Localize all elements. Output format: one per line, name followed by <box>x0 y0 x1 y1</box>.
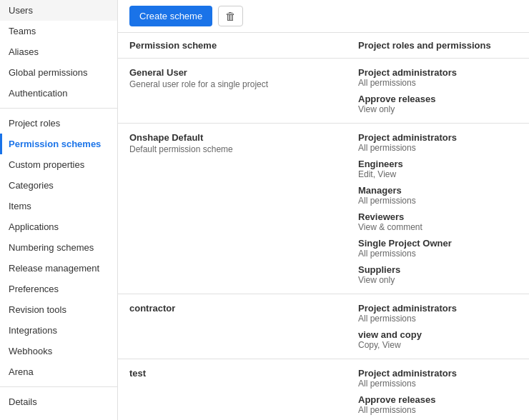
role-name: Approve releases <box>358 94 518 104</box>
role-perm: All permissions <box>358 143 518 153</box>
sidebar-divider <box>0 386 117 387</box>
role-perm: All permissions <box>358 78 518 88</box>
sidebar-item-release-management[interactable]: Release management <box>0 258 117 279</box>
table-row[interactable]: testProject administratorsAll permission… <box>118 359 529 420</box>
table-body: General UserGeneral user role for a sing… <box>118 59 529 420</box>
sidebar-item-aliases[interactable]: Aliases <box>0 41 117 62</box>
role-perm: All permissions <box>358 379 518 389</box>
role-name: Project administrators <box>358 368 518 379</box>
role-entry: ReviewersView & comment <box>358 211 518 232</box>
table-row[interactable]: contractorProject administratorsAll perm… <box>118 294 529 359</box>
roles-col: Project administratorsAll permissionsEng… <box>358 132 518 285</box>
sidebar-item-global-permissions[interactable]: Global permissions <box>0 62 117 83</box>
main-content: Create scheme 🗑 Permission scheme Projec… <box>118 0 529 420</box>
role-entry: Project administratorsAll permissions <box>358 67 518 88</box>
role-name: Managers <box>358 185 518 196</box>
role-entry: ManagersAll permissions <box>358 185 518 206</box>
role-perm: Edit, View <box>358 169 518 179</box>
sidebar-divider <box>0 108 117 109</box>
role-name: Project administrators <box>358 303 518 314</box>
sidebar-item-teams[interactable]: Teams <box>0 21 117 41</box>
sidebar-item-applications[interactable]: Applications <box>0 216 117 237</box>
roles-col: Project administratorsAll permissionsApp… <box>358 368 518 415</box>
scheme-left-col: Onshape DefaultDefault permission scheme <box>129 132 358 154</box>
roles-col: Project administratorsAll permissionsApp… <box>358 67 518 114</box>
toolbar: Create scheme 🗑 <box>118 0 529 33</box>
role-entry: Project administratorsAll permissions <box>358 368 518 389</box>
role-entry: Single Project OwnerAll permissions <box>358 238 518 259</box>
sidebar-item-project-roles[interactable]: Project roles <box>0 113 117 134</box>
sidebar-item-permission-schemes[interactable]: Permission schemes <box>0 134 117 154</box>
trash-icon: 🗑 <box>225 10 236 22</box>
col-roles-header: Project roles and permissions <box>358 40 518 51</box>
role-perm: Copy, View <box>358 340 518 350</box>
scheme-left-col: contractor <box>129 303 358 315</box>
delete-button[interactable]: 🗑 <box>218 6 243 26</box>
role-entry: SuppliersView only <box>358 264 518 285</box>
role-entry: view and copyCopy, View <box>358 329 518 350</box>
col-scheme-header: Permission scheme <box>129 40 358 51</box>
scheme-name: Onshape Default <box>129 132 358 143</box>
table-header: Permission scheme Project roles and perm… <box>118 33 529 59</box>
roles-col: Project administratorsAll permissionsvie… <box>358 303 518 350</box>
role-entry: EngineersEdit, View <box>358 159 518 179</box>
role-name: Approve releases <box>358 394 518 405</box>
role-perm: View only <box>358 104 518 114</box>
role-entry: Approve releasesAll permissions <box>358 394 518 415</box>
scheme-name: contractor <box>129 303 358 314</box>
role-perm: View only <box>358 275 518 285</box>
sidebar: UsersTeamsAliasesGlobal permissionsAuthe… <box>0 0 118 420</box>
scheme-name: General User <box>129 67 358 78</box>
sidebar-item-arena[interactable]: Arena <box>0 361 117 382</box>
role-name: Engineers <box>358 159 518 169</box>
sidebar-item-integrations[interactable]: Integrations <box>0 320 117 341</box>
role-name: Reviewers <box>358 211 518 222</box>
sidebar-item-items[interactable]: Items <box>0 196 117 216</box>
table-row[interactable]: Onshape DefaultDefault permission scheme… <box>118 124 529 294</box>
role-entry: Approve releasesView only <box>358 94 518 114</box>
role-name: view and copy <box>358 329 518 340</box>
scheme-desc: Default permission scheme <box>129 144 358 154</box>
role-entry: Project administratorsAll permissions <box>358 132 518 153</box>
sidebar-item-preferences[interactable]: Preferences <box>0 279 117 299</box>
sidebar-item-webhooks[interactable]: Webhooks <box>0 341 117 361</box>
role-perm: All permissions <box>358 196 518 206</box>
role-name: Project administrators <box>358 67 518 78</box>
sidebar-item-details[interactable]: Details <box>0 391 117 412</box>
sidebar-item-revision-tools[interactable]: Revision tools <box>0 299 117 320</box>
sidebar-item-custom-properties[interactable]: Custom properties <box>0 154 117 175</box>
role-perm: All permissions <box>358 405 518 415</box>
sidebar-item-authentication[interactable]: Authentication <box>0 83 117 104</box>
role-perm: All permissions <box>358 314 518 324</box>
sidebar-item-users[interactable]: Users <box>0 0 117 21</box>
create-scheme-button[interactable]: Create scheme <box>129 6 212 26</box>
sidebar-item-numbering-schemes[interactable]: Numbering schemes <box>0 237 117 258</box>
table-row[interactable]: General UserGeneral user role for a sing… <box>118 59 529 124</box>
role-name: Project administrators <box>358 132 518 143</box>
scheme-left-col: test <box>129 368 358 380</box>
role-perm: View & comment <box>358 222 518 232</box>
scheme-desc: General user role for a single project <box>129 79 358 89</box>
role-name: Single Project Owner <box>358 238 518 249</box>
role-entry: Project administratorsAll permissions <box>358 303 518 324</box>
scheme-left-col: General UserGeneral user role for a sing… <box>129 67 358 89</box>
sidebar-item-categories[interactable]: Categories <box>0 175 117 196</box>
role-perm: All permissions <box>358 249 518 259</box>
role-name: Suppliers <box>358 264 518 275</box>
scheme-name: test <box>129 368 358 379</box>
